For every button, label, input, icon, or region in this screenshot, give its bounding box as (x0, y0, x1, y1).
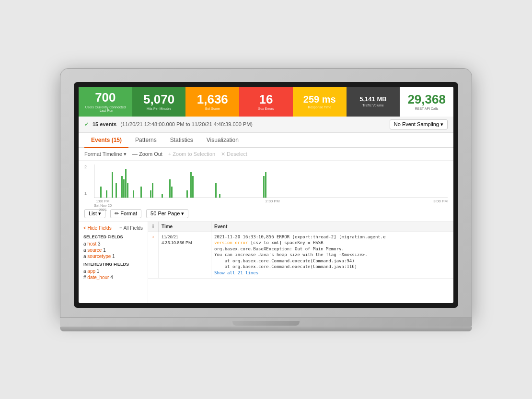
field-date-hour-count: 4 (110, 275, 113, 280)
chart-bar (219, 194, 220, 198)
field-host-count: 3 (98, 241, 101, 246)
hide-fields-button[interactable]: < Hide Fields (83, 225, 112, 231)
chart-y-labels: 2 1 (84, 164, 87, 196)
chart-bar (215, 183, 217, 198)
check-icon: ✓ (84, 121, 89, 128)
metric-hits: 5,070 Hits Per Minutes (132, 87, 186, 117)
chart-bar (112, 172, 113, 198)
all-fields-button[interactable]: ≡ All Fields (119, 225, 143, 231)
table-header: i Time Event (148, 222, 453, 232)
event-line-4: You can increase Java's heap size with t… (214, 252, 451, 258)
metric-traffic-label: Traffic Volume (362, 104, 383, 107)
field-app-count: 1 (97, 269, 100, 274)
chart-bar (127, 183, 128, 198)
deselect-button[interactable]: ✕ Deselect (221, 151, 247, 157)
metric-response-label: Response Time (308, 106, 331, 109)
laptop-stand (60, 327, 472, 331)
chart-bar (162, 194, 163, 198)
metric-api-value: 29,368 (407, 93, 446, 106)
metric-hits-label: Hits Per Minutes (147, 107, 171, 110)
chart-bar (121, 176, 123, 198)
field-host-type: a (83, 241, 87, 246)
date-range: (11/20/21 12:48:00.000 PM to 11/20/21 4:… (120, 121, 253, 127)
chart-bar (133, 190, 134, 198)
chart-bar (123, 179, 125, 198)
search-toolbar: ✓ 15 events (11/20/21 12:48:00.000 PM to… (79, 117, 453, 133)
metric-ips-value: 1,636 (197, 93, 228, 106)
chart-bar (190, 172, 192, 198)
event-line-5: at org.basex.core.Command.execute(Comman… (214, 258, 451, 264)
chart-bar (169, 179, 171, 198)
format-timeline-button[interactable]: Format Timeline ▾ (84, 151, 127, 157)
laptop: 700 Users Currently Connected - Last Run… (60, 68, 472, 331)
metric-api-label: REST API Calls (415, 107, 439, 110)
y-label-2: 2 (84, 164, 87, 169)
zoom-out-button[interactable]: — Zoom Out (132, 151, 162, 157)
tabs-bar: Events (15) Patterns Statistics Visualiz… (79, 133, 453, 148)
laptop-body: 700 Users Currently Connected - Last Run… (60, 68, 472, 318)
field-date-hour-type: # (83, 275, 87, 280)
metric-traffic-value: 5,141 MB (359, 96, 386, 103)
chart-bar (171, 187, 173, 198)
metric-response: 259 ms Response Time (293, 87, 347, 117)
laptop-notch (232, 321, 300, 326)
metric-users-value: 700 (95, 91, 116, 105)
zoom-selection-button[interactable]: + Zoom to Selection (168, 151, 215, 157)
timeline-toolbar: Format Timeline ▾ — Zoom Out + Zoom to S… (79, 148, 453, 161)
chart-bar (116, 183, 117, 198)
chart-bar (106, 190, 107, 198)
chart-bar (186, 190, 188, 198)
event-line-1: 2021-11-20 16:33:10,856 ERROR [export:th… (214, 234, 451, 240)
x-label-3: 3:00 PM (433, 199, 448, 212)
chart-bar (125, 169, 127, 198)
field-source-count: 1 (103, 247, 106, 253)
laptop-base (60, 318, 472, 327)
chart-bar (152, 183, 153, 198)
chart-x-labels: 1:00 PM Sat Nov 20 2021 2:00 PM 3:00 PM (94, 198, 448, 212)
field-app-type: a (83, 269, 87, 274)
metric-users: 700 Users Currently Connected - Last Run (79, 87, 132, 117)
show-all-lines-link[interactable]: Show all 21 lines (214, 270, 258, 275)
metrics-bar: 700 Users Currently Connected - Last Run… (79, 87, 453, 117)
x-label-1: 1:00 PM Sat Nov 20 2021 (94, 199, 112, 212)
main-content: < Hide Fields ≡ All Fields SELECTED FIEL… (79, 222, 453, 303)
tab-patterns[interactable]: Patterns (128, 133, 163, 148)
chart-bars (94, 164, 448, 198)
row-event-content: 2021-11-20 16:33:10,856 ERROR [export:th… (211, 232, 453, 278)
tab-events[interactable]: Events (15) (84, 133, 128, 148)
sidebar-field-app[interactable]: a app 1 (83, 269, 143, 274)
metric-ips: 1,636 Bot Score (185, 87, 239, 117)
metric-traffic: 5,141 MB Traffic Volume (347, 87, 400, 117)
field-sourcetype-count: 1 (112, 254, 115, 259)
interesting-fields-title: INTERESTING FIELDS (83, 262, 143, 267)
selected-fields-title: SELECTED FIELDS (83, 235, 143, 239)
event-line-2: version error [csv to xml] spaceKey = HS… (214, 240, 451, 246)
chart-area: 2 1 1:00 PM Sat Nov 20 2021 2:00 PM 3:00… (79, 161, 453, 206)
metric-errors-value: 16 (259, 93, 273, 106)
tab-statistics[interactable]: Statistics (163, 133, 200, 148)
col-header-event: Event (211, 222, 453, 232)
metric-errors: 16 Sox Errors (239, 87, 293, 117)
sidebar-field-host[interactable]: a host 3 (83, 241, 143, 246)
event-highlight: version error (214, 240, 248, 245)
row-expand-icon[interactable]: › (148, 232, 159, 278)
col-header-time: Time (159, 222, 211, 232)
x-label-2: 2:00 PM (266, 199, 280, 212)
metric-hits-value: 5,070 (143, 93, 174, 106)
screen: 700 Users Currently Connected - Last Run… (79, 87, 453, 303)
metric-errors-label: Sox Errors (258, 107, 274, 110)
tab-visualization[interactable]: Visualization (200, 133, 245, 148)
events-table: i Time Event › 11/20/21 4:33:10.856 PM 2… (148, 222, 453, 303)
chart-bar (263, 176, 265, 198)
metric-ips-label: Bot Score (205, 107, 220, 110)
metric-response-value: 259 ms (303, 94, 336, 105)
sidebar-field-date-hour[interactable]: # date_hour 4 (83, 275, 143, 280)
chart-canvas (94, 164, 448, 198)
no-sampling-button[interactable]: No Event Sampling ▾ (390, 119, 448, 129)
event-line-3: org.basex.core.BaseXException: Out of Ma… (214, 246, 451, 252)
sidebar-header-row: < Hide Fields ≡ All Fields (83, 225, 143, 231)
sidebar-field-source[interactable]: a source 1 (83, 247, 143, 253)
y-label-1: 1 (84, 191, 87, 196)
chart-bar (192, 176, 194, 198)
sidebar-field-sourcetype[interactable]: a sourcetype 1 (83, 254, 143, 259)
